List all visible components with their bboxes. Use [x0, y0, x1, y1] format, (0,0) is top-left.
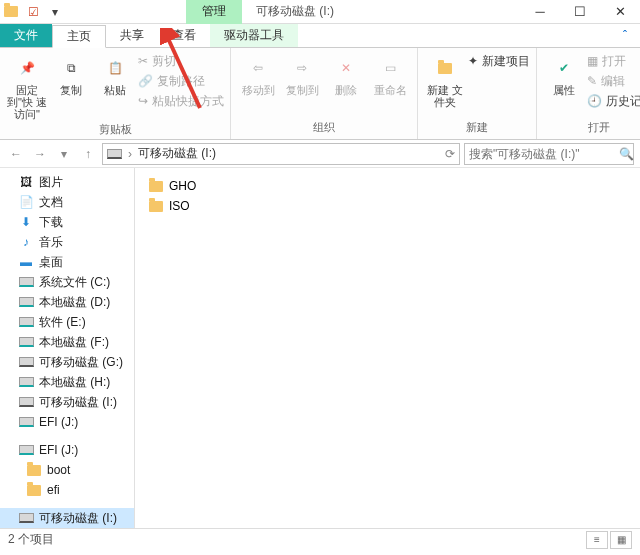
- nav-pictures[interactable]: 🖼图片: [0, 172, 134, 192]
- tab-drive-tools[interactable]: 驱动器工具: [210, 24, 298, 47]
- tab-share[interactable]: 共享: [106, 24, 158, 47]
- search-icon[interactable]: 🔍: [619, 147, 634, 161]
- group-open: ✔属性 ▦打开 ✎编辑 🕘历史记录 打开: [537, 48, 640, 139]
- properties-button[interactable]: ✔属性: [543, 50, 585, 96]
- history-button[interactable]: 🕘历史记录: [587, 92, 640, 110]
- maximize-button[interactable]: ☐: [560, 0, 600, 24]
- group-clipboard-label: 剪贴板: [6, 120, 224, 139]
- nav-recent-button[interactable]: ▾: [54, 144, 74, 164]
- newitem-button[interactable]: ✦新建项目: [468, 52, 530, 70]
- moveto-icon: ⇦: [244, 54, 272, 82]
- music-icon: ♪: [18, 234, 34, 250]
- pin-button[interactable]: 📌 固定到"快 速访问": [6, 50, 48, 120]
- nav-efi[interactable]: efi: [0, 480, 134, 500]
- nav-boot[interactable]: boot: [0, 460, 134, 480]
- nav-music[interactable]: ♪音乐: [0, 232, 134, 252]
- edit-icon: ✎: [587, 74, 597, 88]
- rename-button[interactable]: ▭重命名: [369, 50, 411, 96]
- breadcrumb-sep-icon: ›: [128, 147, 132, 161]
- nav-drive-i[interactable]: 可移动磁盘 (I:): [0, 392, 134, 412]
- qat-checkbox[interactable]: ☑: [22, 1, 44, 23]
- paste-button[interactable]: 📋 粘贴: [94, 50, 136, 96]
- folder-icon: [149, 181, 163, 192]
- status-bar: 2 个项目 ≡ ▦: [0, 528, 640, 550]
- copyto-icon: ⇨: [288, 54, 316, 82]
- newitem-icon: ✦: [468, 54, 478, 68]
- documents-icon: 📄: [18, 194, 34, 210]
- drive-icon: [107, 149, 122, 159]
- search-box[interactable]: 🔍: [464, 143, 634, 165]
- open-icon: ▦: [587, 54, 598, 68]
- view-icons-button[interactable]: ▦: [610, 531, 632, 549]
- newfolder-icon: [431, 54, 459, 82]
- desktop-icon: ▬: [18, 254, 34, 270]
- nav-drive-g[interactable]: 可移动磁盘 (G:): [0, 352, 134, 372]
- open-button[interactable]: ▦打开: [587, 52, 640, 70]
- qat-dropdown-icon[interactable]: ▾: [44, 1, 66, 23]
- refresh-icon[interactable]: ⟳: [445, 147, 455, 161]
- folder-icon: [149, 201, 163, 212]
- delete-button[interactable]: ✕删除: [325, 50, 367, 96]
- downloads-icon: ⬇: [18, 214, 34, 230]
- copy-button[interactable]: ⧉ 复制: [50, 50, 92, 96]
- nav-downloads[interactable]: ⬇下载: [0, 212, 134, 232]
- nav-drive-h[interactable]: 本地磁盘 (H:): [0, 372, 134, 392]
- navigation-pane[interactable]: 🖼图片 📄文档 ⬇下载 ♪音乐 ▬桌面 系统文件 (C:) 本地磁盘 (D:) …: [0, 168, 135, 528]
- nav-efi-j2[interactable]: EFI (J:): [0, 440, 134, 460]
- nav-desktop[interactable]: ▬桌面: [0, 252, 134, 272]
- group-organize: ⇦移动到 ⇨复制到 ✕删除 ▭重命名 组织: [231, 48, 418, 139]
- address-text: 可移动磁盘 (I:): [138, 145, 216, 162]
- list-item[interactable]: GHO: [149, 176, 349, 196]
- nav-drive-c[interactable]: 系统文件 (C:): [0, 272, 134, 292]
- address-bar[interactable]: › 可移动磁盘 (I:) ⟳: [102, 143, 460, 165]
- copy-icon: ⧉: [57, 54, 85, 82]
- nav-drive-i-current[interactable]: 可移动磁盘 (I:): [0, 508, 134, 528]
- nav-back-button[interactable]: ←: [6, 144, 26, 164]
- history-icon: 🕘: [587, 94, 602, 108]
- paste-shortcut-button[interactable]: ↪粘贴快捷方式: [138, 92, 224, 110]
- ribbon-tabstrip: 文件 主页 共享 查看 驱动器工具 ˆ: [0, 24, 640, 48]
- list-item[interactable]: ISO: [149, 196, 349, 216]
- copy-path-button[interactable]: 🔗复制路径: [138, 72, 224, 90]
- edit-button[interactable]: ✎编辑: [587, 72, 640, 90]
- file-list[interactable]: GHO ISO: [135, 168, 640, 528]
- nav-forward-button[interactable]: →: [30, 144, 50, 164]
- path-icon: 🔗: [138, 74, 153, 88]
- main-area: 🖼图片 📄文档 ⬇下载 ♪音乐 ▬桌面 系统文件 (C:) 本地磁盘 (D:) …: [0, 168, 640, 528]
- minimize-button[interactable]: ─: [520, 0, 560, 24]
- window-title: 可移动磁盘 (I:): [242, 3, 348, 20]
- group-new: 新建 文件夹 ✦新建项目 新建: [418, 48, 537, 139]
- tab-file[interactable]: 文件: [0, 24, 52, 47]
- moveto-button[interactable]: ⇦移动到: [237, 50, 279, 96]
- delete-icon: ✕: [332, 54, 360, 82]
- context-tab-manage[interactable]: 管理: [186, 0, 242, 24]
- tab-home[interactable]: 主页: [52, 25, 106, 48]
- title-bar: ☑ ▾ 管理 可移动磁盘 (I:) ─ ☐ ✕: [0, 0, 640, 24]
- scissors-icon: ✂: [138, 54, 148, 68]
- newfolder-button[interactable]: 新建 文件夹: [424, 50, 466, 108]
- nav-up-button[interactable]: ↑: [78, 144, 98, 164]
- ribbon: 📌 固定到"快 速访问" ⧉ 复制 📋 粘贴 ✂剪切 🔗复制路径 ↪粘贴快捷方式…: [0, 48, 640, 140]
- close-button[interactable]: ✕: [600, 0, 640, 24]
- ribbon-collapse-icon[interactable]: ˆ: [610, 24, 640, 47]
- tab-view[interactable]: 查看: [158, 24, 210, 47]
- search-input[interactable]: [469, 147, 619, 161]
- quick-access-toolbar: ☑ ▾: [0, 0, 66, 23]
- paste-icon: 📋: [101, 54, 129, 82]
- nav-drive-efi-j[interactable]: EFI (J:): [0, 412, 134, 432]
- view-details-button[interactable]: ≡: [586, 531, 608, 549]
- group-organize-label: 组织: [237, 118, 411, 137]
- status-item-count: 2 个项目: [8, 531, 54, 548]
- copyto-button[interactable]: ⇨复制到: [281, 50, 323, 96]
- nav-drive-e[interactable]: 软件 (E:): [0, 312, 134, 332]
- nav-documents[interactable]: 📄文档: [0, 192, 134, 212]
- group-new-label: 新建: [424, 118, 530, 137]
- pictures-icon: 🖼: [18, 174, 34, 190]
- nav-drive-d[interactable]: 本地磁盘 (D:): [0, 292, 134, 312]
- pin-icon: 📌: [13, 54, 41, 82]
- cut-button[interactable]: ✂剪切: [138, 52, 224, 70]
- rename-icon: ▭: [376, 54, 404, 82]
- qat-explorer-icon[interactable]: [0, 1, 22, 23]
- drive-icon: [18, 274, 34, 290]
- nav-drive-f[interactable]: 本地磁盘 (F:): [0, 332, 134, 352]
